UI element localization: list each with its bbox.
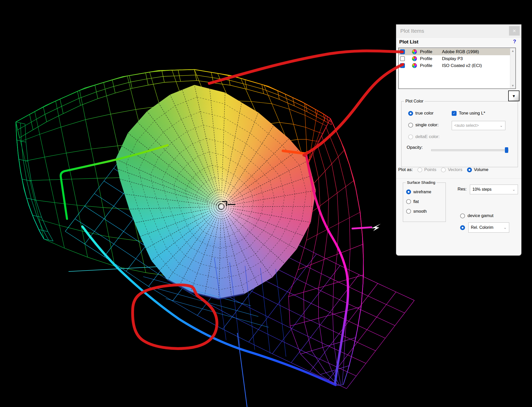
res-label: Res: <box>458 187 467 192</box>
chevron-down-icon: ⌄ <box>512 187 515 192</box>
plot-list-more-button[interactable]: ▼ <box>508 91 519 101</box>
res-select[interactable]: 10% steps ⌄ <box>470 185 518 194</box>
tone-using-l-option[interactable]: ✓ Tone using L* <box>452 111 485 116</box>
deltae-radio <box>408 134 413 139</box>
smooth-radio[interactable] <box>406 209 411 214</box>
volume-label: Volume <box>474 167 489 172</box>
plot-as-vectors[interactable]: Vectors <box>441 167 462 172</box>
chevron-down-icon: ⌄ <box>503 225 507 230</box>
true-color-label: true color <box>415 111 434 116</box>
wireframe-radio[interactable] <box>406 189 411 194</box>
deltae-color-option: deltaE color: <box>408 134 440 139</box>
device-gamut-radio[interactable] <box>460 213 465 218</box>
profile-colorwheel-icon <box>412 63 417 68</box>
shading-smooth-option[interactable]: smooth <box>406 209 427 214</box>
plot-as-volume[interactable]: Volume <box>467 167 489 172</box>
opacity-label: Opacity: <box>407 145 423 150</box>
scroll-up-icon[interactable]: ▲ <box>511 49 514 53</box>
plot-list-scrollbar[interactable]: ▲ ▼ <box>510 48 515 88</box>
opacity-slider[interactable] <box>431 147 508 153</box>
row-type: Profile <box>420 63 442 68</box>
row-name: ISO Coated v2 (ECI) <box>442 63 482 68</box>
points-label: Points <box>424 167 436 172</box>
row-checkbox[interactable] <box>400 56 405 61</box>
deltae-label: deltaE color: <box>415 134 440 139</box>
profile-colorwheel-icon <box>412 56 417 61</box>
true-color-option[interactable]: true color <box>408 111 434 116</box>
plot-list: ✓ Profile Adobe RGB (1998) Profile Displ… <box>398 48 516 89</box>
device-gamut-label: device gamut <box>468 213 493 218</box>
row-name: Display P3 <box>442 56 463 61</box>
scroll-down-icon[interactable]: ▼ <box>511 84 514 87</box>
row-type: Profile <box>420 49 442 54</box>
intent-value: Rel. Colorim <box>471 225 493 230</box>
true-color-radio[interactable] <box>408 111 413 116</box>
plot-as-row: Plot as: Points Vectors Volume <box>398 167 488 172</box>
plot-items-panel: Plot Items × Plot List ? ✓ Profile Adobe… <box>396 24 522 256</box>
close-icon[interactable]: × <box>509 26 520 36</box>
section-divider <box>396 178 521 179</box>
plot-as-points[interactable]: Points <box>417 167 436 172</box>
plot-list-row-display-p3[interactable]: Profile Display P3 <box>399 55 510 62</box>
flat-label: flat <box>413 199 419 204</box>
single-color-option[interactable]: single color: <box>408 122 439 128</box>
vectors-label: Vectors <box>448 167 462 172</box>
volume-radio[interactable] <box>467 167 472 172</box>
surface-shading-legend: Surface Shading <box>406 180 437 185</box>
chevron-down-icon: ⌄ <box>500 123 503 128</box>
intent-radio[interactable] <box>460 225 465 230</box>
single-color-select[interactable]: <auto select> ⌄ <box>452 121 505 130</box>
panel-title: Plot Items <box>396 28 424 34</box>
panel-titlebar: Plot Items <box>396 25 521 38</box>
res-value: 10% steps <box>472 187 492 192</box>
wireframe-label: wireframe <box>413 190 431 194</box>
gamut-plot-canvas[interactable]: Plot Items × Plot List ? ✓ Profile Adobe… <box>0 0 532 407</box>
vectors-radio[interactable] <box>441 167 446 172</box>
single-color-value: <auto select> <box>454 123 479 128</box>
plot-list-heading: Plot List <box>399 39 418 45</box>
single-color-label: single color: <box>415 122 439 128</box>
rendering-intent-option[interactable]: Rel. Colorim ⌄ <box>460 222 509 233</box>
help-icon[interactable]: ? <box>513 39 516 44</box>
single-color-radio[interactable] <box>408 123 413 128</box>
row-name: Adobe RGB (1998) <box>442 49 479 54</box>
opacity-slider-track[interactable] <box>431 149 508 151</box>
plot-list-row-adobe-rgb[interactable]: ✓ Profile Adobe RGB (1998) <box>399 48 510 55</box>
points-radio[interactable] <box>417 167 422 172</box>
row-checkbox[interactable]: ✓ <box>400 63 405 68</box>
tone-checkbox[interactable]: ✓ <box>452 111 457 116</box>
plot-color-legend: Plot Color <box>404 99 425 104</box>
dropdown-arrow-icon: ▼ <box>512 94 516 98</box>
tone-label: Tone using L* <box>459 111 485 116</box>
row-checkbox[interactable]: ✓ <box>400 49 405 54</box>
row-type: Profile <box>420 56 442 61</box>
opacity-slider-thumb[interactable] <box>505 147 508 153</box>
shading-flat-option[interactable]: flat <box>406 199 419 204</box>
smooth-label: smooth <box>413 209 427 214</box>
plot-color-group: Plot Color true color ✓ Tone using L* si… <box>401 101 518 167</box>
surface-shading-group: Surface Shading wireframe flat smooth <box>403 183 446 222</box>
shading-wireframe-option[interactable]: wireframe <box>406 189 431 194</box>
flat-radio[interactable] <box>406 199 411 204</box>
device-gamut-option[interactable]: device gamut <box>460 213 493 218</box>
plot-as-label: Plot as: <box>398 167 413 172</box>
profile-colorwheel-icon <box>412 49 417 54</box>
plot-list-row-iso-coated[interactable]: ✓ Profile ISO Coated v2 (ECI) <box>399 62 510 69</box>
intent-select[interactable]: Rel. Colorim ⌄ <box>468 222 509 233</box>
